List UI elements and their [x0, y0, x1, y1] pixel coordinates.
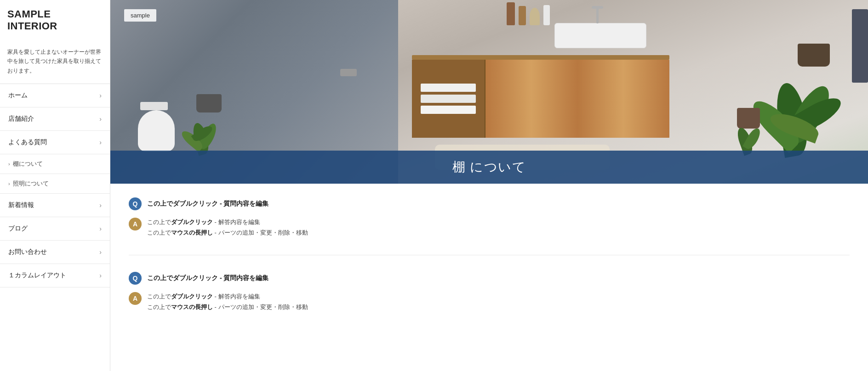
chevron-right-icon: ›	[99, 202, 102, 209]
faq-question-text-2[interactable]: この上でダブルクリック - 質問内容を編集	[147, 274, 268, 282]
sidebar-item-store[interactable]: 店舗紹介 ›	[0, 107, 110, 131]
chevron-right-icon: ›	[99, 115, 102, 123]
toilet-shape	[138, 101, 179, 152]
sidebar-item-store-label: 店舗紹介	[8, 115, 34, 123]
tap-stem	[596, 7, 599, 23]
faq-question-text-1[interactable]: この上でダブルクリック - 質問内容を編集	[147, 200, 268, 208]
sidebar-navigation: ホーム › 店舗紹介 › よくある質問 › › 棚について › 照明について 新…	[0, 84, 110, 287]
cabinet-open	[412, 60, 485, 138]
faq-item-2: Q この上でダブルクリック - 質問内容を編集 A この上でダブルクリック - …	[129, 272, 850, 313]
faq-answer-content-1[interactable]: この上でダブルクリック - 解答内容を編集 この上でマウスの長押し - パーツの…	[147, 217, 308, 238]
faq-section: Q この上でダブルクリック - 質問内容を編集 A この上でダブルクリック - …	[110, 184, 868, 371]
faq-a-badge-2: A	[129, 292, 142, 305]
cabinet-door	[485, 60, 669, 138]
faq-question-2: Q この上でダブルクリック - 質問内容を編集	[129, 272, 850, 285]
chevron-right-icon: ›	[99, 139, 102, 146]
arrow-icon: ›	[8, 181, 10, 186]
sidebar-item-faq[interactable]: よくある質問 ›	[0, 131, 110, 154]
wall-towel	[852, 9, 868, 83]
sidebar-item-home[interactable]: ホーム ›	[0, 84, 110, 107]
plant-right	[785, 44, 843, 161]
tap-head	[592, 6, 603, 9]
cabinet-top	[412, 55, 669, 60]
sidebar-item-layout-label: １カラムレイアウト	[8, 271, 66, 280]
leaves-container	[760, 60, 843, 161]
sidebar-item-contact-label: お問い合わせ	[8, 248, 47, 256]
chevron-right-icon: ›	[99, 225, 102, 232]
sidebar-item-faq-label: よくある質問	[8, 138, 47, 146]
sidebar-item-lighting[interactable]: › 照明について	[0, 174, 110, 194]
bottle	[519, 6, 526, 25]
sink	[554, 23, 646, 48]
plant-left	[191, 94, 227, 158]
sidebar-item-shelf[interactable]: › 棚について	[0, 154, 110, 174]
towel	[421, 84, 476, 92]
arrow-icon: ›	[8, 161, 10, 167]
sidebar-item-layout[interactable]: １カラムレイアウト ›	[0, 264, 110, 287]
sidebar-item-news[interactable]: 新着情報 ›	[0, 194, 110, 217]
toilet-bowl	[138, 110, 175, 152]
shelf-items	[507, 2, 550, 25]
site-title: SAMPLE INTERIOR	[7, 8, 103, 33]
dish	[530, 8, 540, 25]
sidebar-item-contact[interactable]: お問い合わせ ›	[0, 241, 110, 264]
faq-divider	[129, 255, 850, 255]
sidebar-item-blog[interactable]: ブログ ›	[0, 217, 110, 241]
hero-section: sample	[110, 0, 868, 184]
faq-answer-1: A この上でダブルクリック - 解答内容を編集 この上でマウスの長押し - パー…	[129, 217, 850, 238]
towel	[421, 106, 476, 114]
sidebar-item-lighting-label: 照明について	[13, 180, 49, 188]
cabinet-body	[412, 60, 669, 138]
sidebar-item-home-label: ホーム	[8, 91, 28, 100]
faq-q-badge-1: Q	[129, 197, 142, 210]
sidebar: SAMPLE INTERIOR 家具を愛して止まないオーナーが世界中を旅して見つ…	[0, 0, 110, 371]
toilet-tank	[140, 102, 168, 110]
faq-answer-content-2[interactable]: この上でダブルクリック - 解答内容を編集 この上でマウスの長押し - パーツの…	[147, 291, 308, 313]
sidebar-logo: SAMPLE INTERIOR	[0, 0, 110, 39]
dispenser	[543, 5, 550, 25]
faq-item-1: Q この上でダブルクリック - 質問内容を編集 A この上でダブルクリック - …	[129, 197, 850, 238]
chevron-right-icon: ›	[99, 92, 102, 99]
hero-banner: 棚 について	[110, 151, 868, 184]
bottle	[507, 2, 515, 25]
faq-a-badge-1: A	[129, 218, 142, 230]
sidebar-item-blog-label: ブログ	[8, 225, 28, 233]
sidebar-item-shelf-label: 棚について	[13, 160, 43, 168]
sample-watermark: sample	[124, 9, 156, 22]
towel	[421, 95, 476, 103]
chevron-right-icon: ›	[99, 248, 102, 256]
cabinet	[412, 55, 669, 138]
sidebar-item-news-label: 新着情報	[8, 201, 34, 209]
faq-question-1: Q この上でダブルクリック - 質問内容を編集	[129, 197, 850, 210]
faq-q-badge-2: Q	[129, 272, 142, 285]
chevron-right-icon: ›	[99, 272, 102, 279]
faq-answer-2: A この上でダブルクリック - 解答内容を編集 この上でマウスの長押し - パー…	[129, 291, 850, 313]
main-content: sample	[110, 0, 868, 371]
hero-banner-text: 棚 について	[452, 158, 526, 176]
sidebar-description: 家具を愛して止まないオーナーが世界中を旅して見つけた家具を取り揃えております。	[0, 39, 110, 84]
wall-fixture	[340, 69, 357, 76]
